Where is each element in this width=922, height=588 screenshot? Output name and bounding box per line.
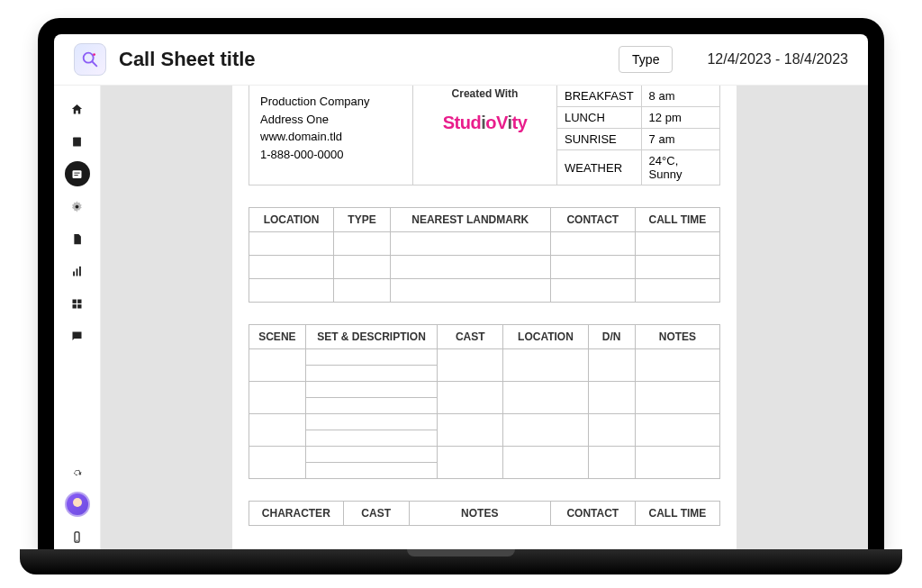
col-header: CONTACT xyxy=(550,208,635,232)
schedule-value: 7 am xyxy=(641,129,719,150)
location-table: LOCATION TYPE NEAREST LANDMARK CONTACT C… xyxy=(249,207,720,303)
page-title: Call Sheet title xyxy=(119,48,606,71)
col-header: D/N xyxy=(588,325,635,349)
laptop-frame: Call Sheet title Type 12/4/2023 - 18/4/2… xyxy=(38,18,884,549)
col-header: TYPE xyxy=(334,208,391,232)
schedule-value: 8 am xyxy=(641,86,719,107)
table-row: LUNCH12 pm xyxy=(557,107,719,129)
schedule-info: BREAKFAST8 am LUNCH12 pm SUNRISE7 am WEA… xyxy=(557,86,719,185)
schedule-value: 24°C, Sunny xyxy=(641,150,719,185)
grid-icon[interactable] xyxy=(65,291,90,316)
table-header-row: SCENE SET & DESCRIPTION CAST LOCATION D/… xyxy=(249,325,720,349)
svg-point-0 xyxy=(84,53,94,63)
callsheet-icon[interactable] xyxy=(65,161,90,186)
character-table: CHARACTER CAST NOTES CONTACT CALL TIME xyxy=(249,501,720,526)
table-row[interactable] xyxy=(249,447,720,463)
svg-rect-13 xyxy=(73,304,77,308)
table-row[interactable] xyxy=(249,232,720,256)
table-row[interactable] xyxy=(249,382,720,398)
app-screen: Call Sheet title Type 12/4/2023 - 18/4/2… xyxy=(54,34,868,549)
svg-rect-10 xyxy=(79,266,81,276)
studiovity-logo: StudioVity xyxy=(420,113,549,133)
col-header: CALL TIME xyxy=(635,502,719,526)
col-header: CAST xyxy=(438,325,503,349)
sidebar xyxy=(54,86,101,549)
col-header: SCENE xyxy=(249,325,306,349)
svg-rect-6 xyxy=(74,175,77,176)
schedule-label: SUNRISE xyxy=(557,129,641,150)
date-range: 12/4/2023 - 18/4/2023 xyxy=(707,51,848,68)
chart-icon[interactable] xyxy=(65,258,90,284)
col-header: LOCATION xyxy=(249,208,334,232)
production-company: Production Company xyxy=(260,93,402,111)
production-info-row: Production Company Address One www.domai… xyxy=(249,86,720,185)
svg-point-2 xyxy=(93,53,95,56)
app-logo-icon[interactable] xyxy=(74,43,106,76)
svg-rect-8 xyxy=(73,271,75,276)
production-address: Address One xyxy=(260,111,402,129)
settings-gear-icon[interactable] xyxy=(65,194,90,219)
mobile-icon[interactable] xyxy=(65,524,90,549)
production-website: www.domain.tld xyxy=(260,128,402,146)
scene-table: SCENE SET & DESCRIPTION CAST LOCATION D/… xyxy=(249,324,720,479)
svg-rect-11 xyxy=(73,299,77,303)
type-button[interactable]: Type xyxy=(619,46,673,73)
document-icon[interactable] xyxy=(65,226,90,251)
table-row[interactable] xyxy=(249,414,720,430)
svg-rect-3 xyxy=(73,137,81,146)
table-header-row: CHARACTER CAST NOTES CONTACT CALL TIME xyxy=(249,502,720,526)
avatar[interactable] xyxy=(65,492,90,517)
production-details: Production Company Address One www.domai… xyxy=(249,86,413,185)
created-with-label: Created With xyxy=(420,87,549,100)
svg-rect-4 xyxy=(73,170,82,178)
col-header: CONTACT xyxy=(550,502,635,526)
col-header: SET & DESCRIPTION xyxy=(305,325,437,349)
col-header: NOTES xyxy=(635,325,719,349)
script-icon[interactable] xyxy=(65,129,90,154)
table-row: WEATHER24°C, Sunny xyxy=(557,150,719,185)
svg-rect-12 xyxy=(77,299,81,303)
schedule-table: BREAKFAST8 am LUNCH12 pm SUNRISE7 am WEA… xyxy=(557,86,719,185)
laptop-base xyxy=(20,549,902,574)
col-header: NOTES xyxy=(409,502,550,526)
col-header: CHARACTER xyxy=(249,502,344,526)
gear-icon[interactable] xyxy=(65,459,90,484)
header: Call Sheet title Type 12/4/2023 - 18/4/2… xyxy=(54,34,868,86)
table-row[interactable] xyxy=(249,279,720,303)
production-phone: 1-888-000-0000 xyxy=(260,146,402,164)
schedule-value: 12 pm xyxy=(641,107,719,129)
col-header: NEAREST LANDMARK xyxy=(390,208,550,232)
col-header: CAST xyxy=(343,502,409,526)
svg-rect-5 xyxy=(74,172,79,173)
table-header-row: LOCATION TYPE NEAREST LANDMARK CONTACT C… xyxy=(249,208,720,232)
svg-rect-9 xyxy=(77,268,78,276)
table-row[interactable] xyxy=(249,349,720,366)
schedule-label: LUNCH xyxy=(557,107,641,129)
table-row: BREAKFAST8 am xyxy=(557,86,719,107)
home-icon[interactable] xyxy=(65,96,90,122)
created-with-box: Created With StudioVity xyxy=(413,86,557,185)
table-row: SUNRISE7 am xyxy=(557,129,719,150)
svg-rect-14 xyxy=(77,304,81,308)
svg-line-1 xyxy=(93,62,97,67)
col-header: LOCATION xyxy=(503,325,588,349)
schedule-label: BREAKFAST xyxy=(557,86,641,107)
col-header: CALL TIME xyxy=(635,208,719,232)
content-area: Production Company Address One www.domai… xyxy=(101,86,868,549)
table-row[interactable] xyxy=(249,256,720,279)
schedule-label: WEATHER xyxy=(557,150,641,185)
chat-icon[interactable] xyxy=(65,323,90,348)
call-sheet-page: Production Company Address One www.domai… xyxy=(232,86,737,549)
